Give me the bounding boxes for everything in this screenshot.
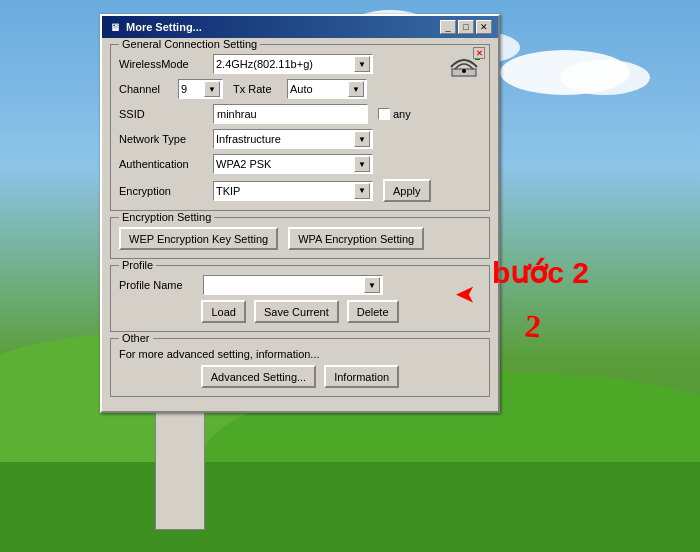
profile-name-row: Profile Name ▼: [119, 275, 481, 295]
desktop: bước 2 ➤ 2 🖥 More Setting... _ □ ✕ Gener…: [0, 0, 700, 552]
network-type-value: Infrastructure: [216, 133, 354, 145]
wireless-mode-select[interactable]: 2.4GHz(802.11b+g) ▼: [213, 54, 373, 74]
wireless-mode-value: 2.4GHz(802.11b+g): [216, 58, 354, 70]
any-checkbox[interactable]: [378, 108, 390, 120]
other-info-row: For more advanced setting, information..…: [119, 348, 481, 360]
encryption-group-label: Encryption Setting: [119, 211, 214, 223]
ssid-row: SSID any: [119, 104, 481, 124]
authentication-row: Authentication WPA2 PSK ▼: [119, 154, 481, 174]
cloud5: [560, 60, 650, 95]
encryption-setting-group: Encryption Setting WEP Encryption Key Se…: [110, 217, 490, 259]
svg-point-1: [462, 69, 466, 73]
wireless-mode-label: WirelessMode: [119, 58, 209, 70]
tx-rate-value: Auto: [290, 83, 348, 95]
authentication-value: WPA2 PSK: [216, 158, 354, 170]
wireless-mode-row: WirelessMode 2.4GHz(802.11b+g) ▼: [119, 54, 481, 74]
advanced-setting-button[interactable]: Advanced Setting...: [201, 365, 316, 388]
tx-rate-label: Tx Rate: [233, 83, 283, 95]
encryption-value: TKIP: [216, 185, 354, 197]
channel-txrate-row: Channel 9 ▼ Tx Rate Auto ▼: [119, 79, 481, 99]
channel-label: Channel: [119, 83, 174, 95]
dialog-title-text: More Setting...: [126, 21, 202, 33]
channel-arrow: ▼: [204, 81, 220, 97]
profile-name-arrow: ▼: [364, 277, 380, 293]
dialog-titlebar: 🖥 More Setting... _ □ ✕: [102, 16, 498, 38]
general-group-label: General Connection Setting: [119, 38, 260, 50]
authentication-arrow: ▼: [354, 156, 370, 172]
dialog-title-area: 🖥 More Setting...: [108, 20, 202, 34]
information-button[interactable]: Information: [324, 365, 399, 388]
other-group-label: Other: [119, 332, 153, 344]
profile-buttons-row: Load Save Current Delete: [119, 300, 481, 323]
save-current-button[interactable]: Save Current: [254, 300, 339, 323]
ssid-label: SSID: [119, 108, 209, 120]
tx-rate-arrow: ▼: [348, 81, 364, 97]
wifi-close-icon: ✕: [473, 47, 485, 59]
encryption-arrow: ▼: [354, 183, 370, 199]
dialog-title-icon: 🖥: [108, 20, 122, 34]
other-buttons-row: Advanced Setting... Information: [119, 365, 481, 388]
any-label: any: [393, 108, 411, 120]
profile-name-select[interactable]: ▼: [203, 275, 383, 295]
profile-group: Profile Profile Name ▼ Load Save Current…: [110, 265, 490, 332]
network-type-label: Network Type: [119, 133, 209, 145]
other-group: Other For more advanced setting, informa…: [110, 338, 490, 397]
close-button[interactable]: ✕: [476, 20, 492, 34]
channel-select[interactable]: 9 ▼: [178, 79, 223, 99]
wifi-icon-area: ✕: [445, 49, 483, 81]
network-type-row: Network Type Infrastructure ▼: [119, 129, 481, 149]
dialog-body: General Connection Setting ✕: [102, 38, 498, 411]
ssid-input[interactable]: [213, 104, 368, 124]
encryption-label: Encryption: [119, 185, 209, 197]
load-button[interactable]: Load: [201, 300, 245, 323]
titlebar-buttons: _ □ ✕: [440, 20, 492, 34]
maximize-button[interactable]: □: [458, 20, 474, 34]
encryption-select[interactable]: TKIP ▼: [213, 181, 373, 201]
annotation-arrow: ➤: [456, 282, 474, 308]
channel-value: 9: [181, 83, 204, 95]
wpa-button[interactable]: WPA Encryption Setting: [288, 227, 424, 250]
profile-group-label: Profile: [119, 259, 156, 271]
general-connection-group: General Connection Setting ✕: [110, 44, 490, 211]
wireless-mode-arrow: ▼: [354, 56, 370, 72]
other-info-text: For more advanced setting, information..…: [119, 348, 320, 360]
wep-button[interactable]: WEP Encryption Key Setting: [119, 227, 278, 250]
delete-button[interactable]: Delete: [347, 300, 399, 323]
authentication-select[interactable]: WPA2 PSK ▼: [213, 154, 373, 174]
encryption-row: Encryption TKIP ▼ Apply: [119, 179, 481, 202]
annotation-number: 2: [523, 307, 542, 345]
authentication-label: Authentication: [119, 158, 209, 170]
minimize-button[interactable]: _: [440, 20, 456, 34]
ground: [0, 462, 700, 552]
any-checkbox-area: any: [378, 108, 411, 120]
network-type-select[interactable]: Infrastructure ▼: [213, 129, 373, 149]
profile-name-label: Profile Name: [119, 279, 199, 291]
apply-button[interactable]: Apply: [383, 179, 431, 202]
tx-rate-select[interactable]: Auto ▼: [287, 79, 367, 99]
encryption-buttons-row: WEP Encryption Key Setting WPA Encryptio…: [119, 227, 481, 250]
annotation-text: bước 2: [492, 255, 589, 290]
network-type-arrow: ▼: [354, 131, 370, 147]
more-setting-dialog: 🖥 More Setting... _ □ ✕ General Connecti…: [100, 14, 500, 413]
